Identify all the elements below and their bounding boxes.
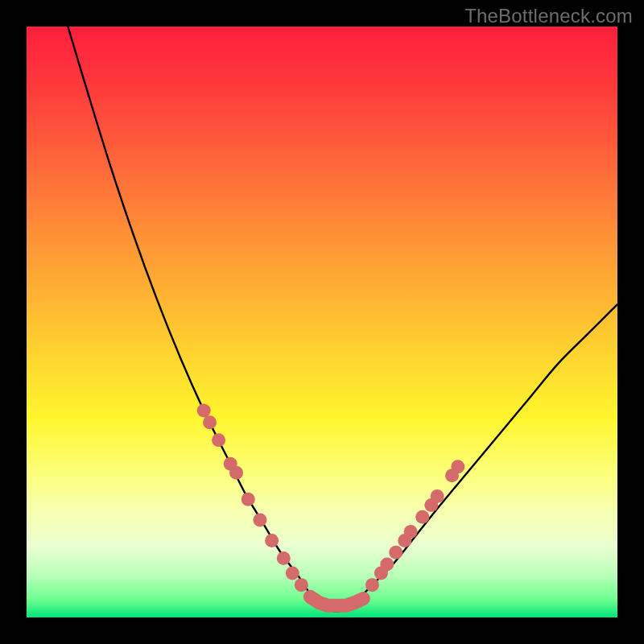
marker-dot [203,415,217,429]
marker-dot [277,551,291,565]
marker-dot [242,493,255,506]
marker-dot [380,557,394,571]
marker-dot [212,433,225,447]
chart-frame: TheBottleneck.com [0,0,644,644]
marker-dot [451,460,464,473]
curve-line [68,27,617,612]
bottom-segment [310,597,363,605]
chart-svg [27,27,617,617]
marker-dot [265,534,279,547]
marker-group [197,404,465,606]
marker-dot [415,510,429,524]
marker-dot [295,578,308,592]
marker-dot [229,466,243,480]
marker-dot [197,404,211,418]
watermark-text: TheBottleneck.com [464,5,633,27]
marker-dot [431,489,444,503]
marker-dot [365,578,379,592]
marker-dot [286,566,299,580]
marker-dot [389,546,402,559]
marker-dot [404,525,418,539]
plot-area [27,27,617,617]
marker-dot [253,513,266,526]
